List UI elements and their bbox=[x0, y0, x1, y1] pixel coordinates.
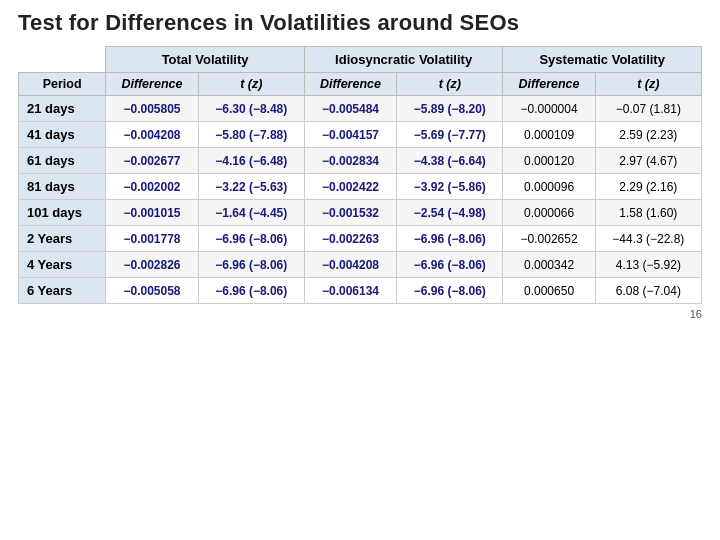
data-cell: 6.08 (−7.04) bbox=[595, 278, 701, 304]
data-cell: 0.000096 bbox=[503, 174, 595, 200]
idio-volatility-header: Idiosyncratic Volatility bbox=[304, 47, 503, 73]
data-cell: −0.005805 bbox=[106, 96, 198, 122]
period-cell: 41 days bbox=[19, 122, 106, 148]
table-row: 41 days−0.004208−5.80 (−7.88)−0.004157−5… bbox=[19, 122, 702, 148]
data-cell: −5.80 (−7.88) bbox=[198, 122, 304, 148]
data-cell: −6.96 (−8.06) bbox=[397, 278, 503, 304]
period-cell: 81 days bbox=[19, 174, 106, 200]
data-cell: 2.59 (2.23) bbox=[595, 122, 701, 148]
sys-diff-header: Difference bbox=[503, 73, 595, 96]
page-title: Test for Differences in Volatilities aro… bbox=[18, 10, 702, 36]
data-cell: 0.000109 bbox=[503, 122, 595, 148]
data-cell: −6.96 (−8.06) bbox=[198, 278, 304, 304]
data-cell: −2.54 (−4.98) bbox=[397, 200, 503, 226]
table-row: 2 Years−0.001778−6.96 (−8.06)−0.002263−6… bbox=[19, 226, 702, 252]
data-cell: 0.000342 bbox=[503, 252, 595, 278]
idio-t-header: t (z) bbox=[397, 73, 503, 96]
data-cell: −0.004157 bbox=[304, 122, 396, 148]
data-cell: 2.29 (2.16) bbox=[595, 174, 701, 200]
data-cell: −6.96 (−8.06) bbox=[198, 252, 304, 278]
data-cell: 0.000120 bbox=[503, 148, 595, 174]
data-cell: −0.001532 bbox=[304, 200, 396, 226]
data-cell: −6.96 (−8.06) bbox=[198, 226, 304, 252]
period-cell: 21 days bbox=[19, 96, 106, 122]
data-cell: 2.97 (4.67) bbox=[595, 148, 701, 174]
table-row: 81 days−0.002002−3.22 (−5.63)−0.002422−3… bbox=[19, 174, 702, 200]
table-row: 6 Years−0.005058−6.96 (−8.06)−0.006134−6… bbox=[19, 278, 702, 304]
page-number: 16 bbox=[18, 308, 702, 320]
data-cell: −0.004208 bbox=[106, 122, 198, 148]
data-cell: 4.13 (−5.92) bbox=[595, 252, 701, 278]
data-cell: −0.07 (1.81) bbox=[595, 96, 701, 122]
data-cell: −6.96 (−8.06) bbox=[397, 252, 503, 278]
data-cell: −0.002834 bbox=[304, 148, 396, 174]
data-cell: −0.002826 bbox=[106, 252, 198, 278]
period-subheader: Period bbox=[19, 73, 106, 96]
data-cell: −3.22 (−5.63) bbox=[198, 174, 304, 200]
period-cell: 6 Years bbox=[19, 278, 106, 304]
idio-diff-header: Difference bbox=[304, 73, 396, 96]
data-cell: −0.006134 bbox=[304, 278, 396, 304]
period-cell: 2 Years bbox=[19, 226, 106, 252]
data-cell: −5.89 (−8.20) bbox=[397, 96, 503, 122]
data-cell: −4.16 (−6.48) bbox=[198, 148, 304, 174]
table-row: 61 days−0.002677−4.16 (−6.48)−0.002834−4… bbox=[19, 148, 702, 174]
data-cell: −3.92 (−5.86) bbox=[397, 174, 503, 200]
total-diff-header: Difference bbox=[106, 73, 198, 96]
sys-volatility-header: Systematic Volatility bbox=[503, 47, 702, 73]
data-cell: 1.58 (1.60) bbox=[595, 200, 701, 226]
data-cell: −0.002002 bbox=[106, 174, 198, 200]
table-row: 101 days−0.001015−1.64 (−4.45)−0.001532−… bbox=[19, 200, 702, 226]
sys-t-header: t (z) bbox=[595, 73, 701, 96]
period-cell: 4 Years bbox=[19, 252, 106, 278]
data-cell: −0.000004 bbox=[503, 96, 595, 122]
data-cell: −0.002422 bbox=[304, 174, 396, 200]
data-cell: 0.000066 bbox=[503, 200, 595, 226]
data-cell: −6.30 (−8.48) bbox=[198, 96, 304, 122]
table-row: 21 days−0.005805−6.30 (−8.48)−0.005484−5… bbox=[19, 96, 702, 122]
table-row: 4 Years−0.002826−6.96 (−8.06)−0.004208−6… bbox=[19, 252, 702, 278]
data-cell: −6.96 (−8.06) bbox=[397, 226, 503, 252]
data-cell: −0.002652 bbox=[503, 226, 595, 252]
period-cell: 101 days bbox=[19, 200, 106, 226]
total-t-header: t (z) bbox=[198, 73, 304, 96]
data-cell: −4.38 (−6.64) bbox=[397, 148, 503, 174]
data-cell: 0.000650 bbox=[503, 278, 595, 304]
data-cell: −0.005058 bbox=[106, 278, 198, 304]
data-cell: −0.004208 bbox=[304, 252, 396, 278]
data-cell: −0.005484 bbox=[304, 96, 396, 122]
period-header-empty bbox=[19, 47, 106, 73]
data-cell: −0.001778 bbox=[106, 226, 198, 252]
main-table: Total Volatility Idiosyncratic Volatilit… bbox=[18, 46, 702, 304]
data-cell: −5.69 (−7.77) bbox=[397, 122, 503, 148]
total-volatility-header: Total Volatility bbox=[106, 47, 305, 73]
data-cell: −0.002677 bbox=[106, 148, 198, 174]
data-cell: −0.002263 bbox=[304, 226, 396, 252]
data-cell: −0.001015 bbox=[106, 200, 198, 226]
data-cell: −1.64 (−4.45) bbox=[198, 200, 304, 226]
data-cell: −44.3 (−22.8) bbox=[595, 226, 701, 252]
period-cell: 61 days bbox=[19, 148, 106, 174]
